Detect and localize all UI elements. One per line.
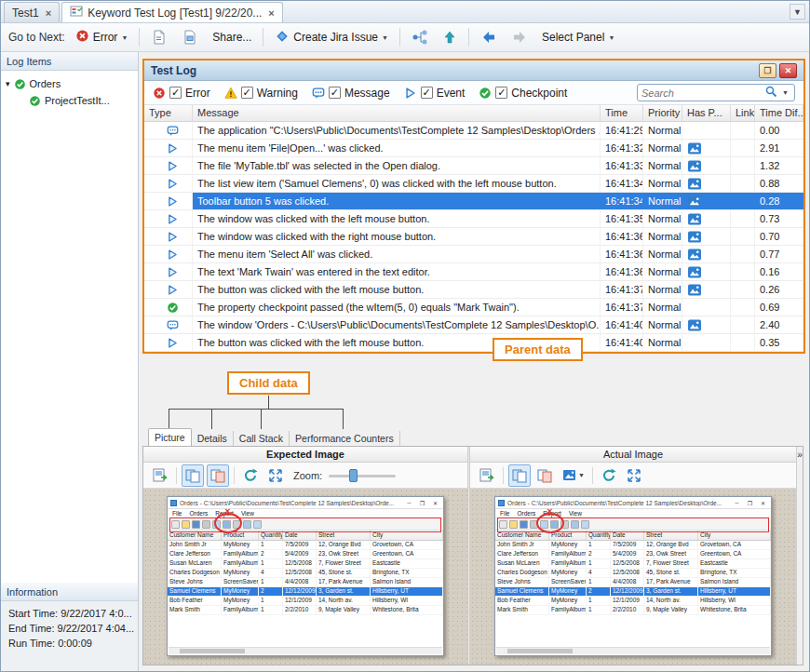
column-header-priority[interactable]: Priority	[643, 105, 682, 121]
comparison-annotation-rect	[169, 517, 441, 532]
detail-tab-call-stack[interactable]: Call Stack	[234, 431, 290, 446]
compare-view-button[interactable]	[508, 464, 531, 487]
search-icon[interactable]	[764, 85, 777, 101]
forward-button[interactable]	[506, 26, 533, 48]
log-row[interactable]: The window was clicked with the right mo…	[144, 228, 803, 246]
export-log-button[interactable]	[145, 25, 173, 49]
tab-list-chevron-icon[interactable]: ▼	[790, 4, 805, 20]
tree-item-projecttestit[interactable]: ProjectTestIt...	[1, 92, 138, 109]
select-panel-button[interactable]: Select Panel ▼	[536, 27, 620, 47]
column-header-time[interactable]: Time	[601, 105, 643, 121]
close-tab-icon[interactable]: ×	[46, 7, 51, 19]
log-row[interactable]: The menu item 'File|Open...' was clicked…	[144, 140, 803, 157]
log-row[interactable]: The window 'Orders - C:\Users\Public\Doc…	[144, 316, 803, 334]
upload-results-button[interactable]	[437, 26, 463, 48]
swap-images-button[interactable]	[207, 464, 229, 487]
column-header-type[interactable]: Type	[144, 105, 193, 121]
time-cell: 16:41:36	[601, 228, 643, 245]
log-row[interactable]: The button was clicked with the left mou…	[144, 281, 803, 299]
refresh-button[interactable]	[239, 464, 262, 487]
detail-tab-performance-counters[interactable]: Performance Counters	[290, 431, 400, 446]
detail-tab-picture[interactable]: Picture	[148, 428, 192, 446]
log-items-tree: ▾OrdersProjectTestIt...	[1, 71, 138, 114]
priority-cell: Normal	[643, 334, 682, 351]
filter-message[interactable]: ✓Message	[312, 87, 390, 100]
picture-icon[interactable]	[687, 284, 702, 296]
picture-icon[interactable]	[687, 266, 702, 278]
zoom-slider-thumb[interactable]	[349, 469, 358, 482]
log-row[interactable]: The window was clicked with the left mou…	[144, 210, 803, 228]
fit-to-window-button[interactable]	[623, 464, 645, 487]
checkpoint-icon	[167, 302, 179, 314]
annotation-connector	[268, 396, 269, 410]
picture-icon[interactable]	[687, 195, 702, 208]
fit-to-window-button[interactable]	[264, 464, 287, 487]
export-image-button[interactable]	[176, 25, 204, 49]
comparison-annotation-ellipse	[536, 513, 564, 533]
picture-icon[interactable]	[687, 249, 702, 261]
checkpoint-checkbox[interactable]: ✓	[495, 87, 507, 99]
log-row[interactable]: The button was clicked with the left mou…	[144, 334, 803, 352]
expand-arrow-icon[interactable]: ▾	[6, 79, 10, 88]
event-checkbox[interactable]: ✓	[421, 87, 433, 99]
back-button[interactable]	[475, 26, 503, 48]
float-panel-button[interactable]: ❐	[759, 63, 776, 78]
zoom-slider[interactable]	[329, 468, 396, 483]
mini-menu-file: File	[172, 510, 182, 517]
column-header-timedif[interactable]: Time Dif...	[755, 105, 803, 121]
mini-table-row: John Smith JrMyMoney17/5/200912, Orange …	[168, 541, 443, 550]
more-tools-chevron[interactable]: »	[797, 450, 803, 460]
message-checkbox[interactable]: ✓	[329, 87, 341, 99]
search-input[interactable]	[641, 87, 762, 99]
has-picture-cell	[682, 193, 731, 209]
tab-test1[interactable]: Test1 ×	[4, 2, 60, 22]
picture-icon[interactable]	[687, 178, 702, 190]
filter-error[interactable]: ✓Error	[153, 87, 210, 100]
search-options-chevron-icon[interactable]: ▼	[780, 89, 790, 96]
log-row[interactable]: Toolbar button 5 was clicked.16:41:34Nor…	[144, 193, 803, 210]
mini-menu-view: View	[569, 510, 582, 517]
picture-icon[interactable]	[687, 160, 702, 172]
picture-icon[interactable]	[687, 142, 702, 155]
tab-keyword-test-log[interactable]: Keyword Test Log [Test1] 9/22/20... ×	[61, 2, 283, 22]
filter-checkpoint[interactable]: ✓Checkpoint	[479, 87, 567, 100]
filter-label: Event	[437, 87, 466, 100]
compare-view-button[interactable]	[182, 464, 204, 487]
log-row[interactable]: The list view item ('Samuel Clemens', 0)…	[144, 175, 803, 193]
close-tab-icon[interactable]: ×	[268, 7, 274, 19]
column-header-hasp[interactable]: Has P...	[682, 105, 731, 121]
picture-icon[interactable]	[687, 213, 702, 225]
error-checkbox[interactable]: ✓	[169, 87, 182, 99]
zoom-slider-track[interactable]	[329, 475, 396, 477]
actual-image-screenshot: Orders - C:\Users\Public\Documents\TestC…	[494, 496, 772, 656]
column-header-message[interactable]: Message	[193, 105, 601, 121]
swap-images-button[interactable]	[533, 464, 556, 487]
expected-image-toolbar: Zoom:	[143, 463, 467, 489]
picture-icon[interactable]	[687, 231, 702, 243]
log-row[interactable]: The menu item 'Select All' was clicked.1…	[144, 246, 803, 263]
save-image-button[interactable]	[476, 464, 498, 487]
jira-workflow-button[interactable]	[406, 25, 434, 49]
share-button[interactable]: Share...	[207, 27, 257, 47]
refresh-button[interactable]	[598, 464, 620, 487]
save-image-button[interactable]	[149, 464, 171, 487]
information-header: Information	[1, 583, 138, 601]
log-row[interactable]: The file 'MyTable.tbl' was selected in t…	[144, 157, 803, 175]
close-panel-button[interactable]: ✕	[779, 63, 797, 78]
create-jira-issue-button[interactable]: Create Jira Issue ▼	[269, 25, 394, 50]
image-view-mode-button[interactable]: ▼	[559, 465, 587, 486]
search-box[interactable]: ▼	[637, 84, 795, 101]
tree-item-orders[interactable]: ▾Orders	[1, 75, 138, 92]
log-row[interactable]: The property checkpoint passed (the wIte…	[144, 299, 803, 316]
goto-error-button[interactable]: Error ▼	[70, 25, 134, 49]
filter-warning[interactable]: ✓Warning	[224, 87, 298, 100]
filter-event[interactable]: ✓Event	[404, 87, 466, 100]
log-row[interactable]: The application "C:\Users\Public\Documen…	[144, 122, 803, 140]
detail-tab-details[interactable]: Details	[192, 431, 234, 446]
log-row[interactable]: The text 'Mark Twain' was entered in the…	[144, 263, 803, 281]
test-log-titlebar[interactable]: Test Log ❐ ✕	[144, 60, 803, 81]
type-cell	[144, 122, 193, 139]
picture-icon[interactable]	[687, 319, 702, 331]
column-header-link[interactable]: Link	[731, 105, 755, 121]
warning-checkbox[interactable]: ✓	[241, 87, 253, 99]
